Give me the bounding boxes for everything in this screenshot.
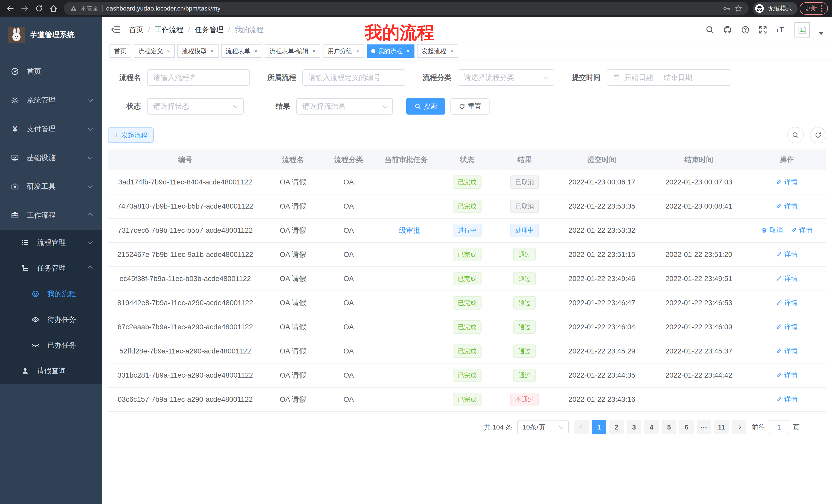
tab-user-group[interactable]: 用户分组 ×	[323, 45, 364, 58]
avatar[interactable]	[795, 22, 810, 37]
bookmark-star-icon[interactable]	[734, 4, 743, 12]
category-select[interactable]: 请选择流程分类	[458, 69, 554, 86]
cancel-link[interactable]: 取消	[761, 226, 783, 235]
cell-name: OA 请假	[262, 339, 323, 363]
sidebar-item-todo-tasks[interactable]: 待办任务	[0, 307, 102, 332]
sidebar-item-home[interactable]: 首页	[0, 57, 102, 86]
fullscreen-icon[interactable]	[758, 25, 767, 34]
app-logo[interactable]: 芋道管理系统	[0, 17, 102, 48]
browser-reload-icon[interactable]	[33, 2, 45, 15]
date-range-picker[interactable]: 开始日期 - 结束日期	[607, 69, 731, 86]
close-icon[interactable]: ×	[406, 48, 410, 55]
chevron-down-icon	[88, 155, 93, 160]
tab-label: 流程模型	[182, 47, 207, 55]
cell-id: 2152467e-7b9b-11ec-9a1b-acde48001122	[108, 243, 262, 267]
table-row: 2152467e-7b9b-11ec-9a1b-acde48001122 OA …	[108, 243, 826, 267]
start-process-button[interactable]: + 发起流程	[108, 128, 154, 143]
next-page-button[interactable]	[732, 420, 746, 435]
prev-page-button[interactable]	[574, 420, 589, 435]
breadcrumb-item[interactable]: 任务管理	[195, 25, 224, 35]
cell-id: 7317cec6-7b9b-11ec-b5b7-acde48001122	[108, 218, 262, 243]
search-button[interactable]: 搜索	[406, 98, 445, 115]
browser-forward-icon[interactable]	[19, 2, 31, 15]
sidebar-item-done-tasks[interactable]: 已办任务	[0, 332, 102, 358]
close-icon[interactable]: ×	[166, 48, 170, 55]
address-bar[interactable]: 不安全 dashboard.yudao.iocoder.cn/bpm/task/…	[64, 2, 749, 15]
goto-page-input[interactable]	[769, 420, 789, 435]
help-icon[interactable]	[741, 25, 750, 34]
cell-name: OA 请假	[262, 387, 323, 412]
tab-process-definition[interactable]: 流程定义 ×	[134, 45, 175, 58]
page-button-11[interactable]: 11	[714, 420, 729, 435]
detail-link[interactable]: 详情	[776, 250, 798, 259]
sidebar-item-system[interactable]: 系统管理	[0, 86, 102, 115]
hide-search-icon[interactable]	[787, 127, 804, 143]
detail-link[interactable]: 详情	[776, 395, 798, 404]
font-size-icon[interactable]: TT	[776, 25, 786, 34]
table-row: 331bc281-7b9a-11ec-a290-acde48001122 OA …	[108, 363, 826, 387]
chevron-down-icon	[233, 103, 238, 108]
cell-submit-time: 2022-01-22 23:44:35	[553, 363, 650, 387]
chevron-up-icon	[88, 213, 93, 218]
close-icon[interactable]: ×	[450, 48, 453, 55]
detail-link[interactable]: 详情	[776, 274, 798, 283]
sidebar-item-my-process[interactable]: 我的流程	[0, 281, 102, 307]
tab-process-form[interactable]: 流程表单 ×	[221, 45, 262, 58]
table-header-row: 编号 流程名 流程分类 当前审批任务 状态 结果 提交时间 结束时间 操作	[108, 149, 826, 170]
sidebar-item-devtools[interactable]: 研发工具	[0, 172, 102, 201]
detail-link[interactable]: 详情	[776, 298, 798, 307]
more-pages-button[interactable]: ···	[697, 420, 711, 435]
process-definition-input[interactable]	[309, 74, 399, 82]
close-icon[interactable]: ×	[356, 48, 359, 55]
detail-link[interactable]: 详情	[791, 226, 812, 235]
breadcrumb-item[interactable]: 首页	[129, 25, 144, 35]
page-button-3[interactable]: 3	[627, 420, 641, 435]
plus-icon: +	[115, 132, 119, 139]
tab-my-process[interactable]: 我的流程 ×	[367, 45, 414, 58]
current-task-link[interactable]: 一级审批	[392, 226, 420, 235]
detail-link[interactable]: 详情	[776, 371, 798, 380]
browser-back-icon[interactable]	[4, 2, 17, 15]
tab-process-model[interactable]: 流程模型 ×	[177, 45, 218, 58]
fold-sidebar-icon[interactable]	[110, 25, 121, 35]
process-name-input[interactable]	[153, 74, 244, 82]
result-select[interactable]: 请选择流结果	[296, 98, 393, 115]
reset-button[interactable]: 重置	[450, 98, 490, 115]
cell-name: OA 请假	[262, 243, 323, 267]
detail-link[interactable]: 详情	[776, 346, 798, 356]
detail-link[interactable]: 详情	[776, 177, 798, 187]
tab-label: 流程表单-编辑	[269, 47, 309, 55]
tab-process-form-edit[interactable]: 流程表单-编辑 ×	[265, 45, 320, 58]
avatar-dropdown-caret-icon[interactable]	[818, 32, 824, 35]
sidebar-item-task-mgmt[interactable]: 任务管理	[0, 255, 102, 281]
page-button-1[interactable]: 1	[592, 420, 606, 435]
browser-home-icon[interactable]	[47, 2, 60, 15]
page-button-5[interactable]: 5	[662, 420, 676, 435]
tab-start-process[interactable]: 发起流程 ×	[417, 45, 458, 58]
close-icon[interactable]: ×	[254, 48, 258, 55]
cell-category: OA	[323, 339, 374, 363]
breadcrumb-item[interactable]: 工作流程	[155, 25, 184, 35]
detail-link[interactable]: 详情	[776, 202, 798, 211]
close-icon[interactable]: ×	[312, 48, 316, 55]
pencil-icon	[776, 396, 782, 402]
page-button-2[interactable]: 2	[609, 420, 624, 435]
detail-link[interactable]: 详情	[776, 323, 798, 331]
update-button[interactable]: 更新	[800, 2, 828, 15]
page-button-4[interactable]: 4	[644, 420, 659, 435]
close-icon[interactable]: ×	[210, 48, 214, 55]
status-select[interactable]: 请选择状态	[147, 98, 244, 115]
browser-menu-dots-icon[interactable]	[821, 5, 823, 12]
sidebar-item-infra[interactable]: 基础设施	[0, 143, 102, 172]
sidebar-item-payment[interactable]: ¥ 支付管理	[0, 115, 102, 143]
github-icon[interactable]	[723, 25, 732, 34]
sidebar-item-process-mgmt[interactable]: 流程管理	[0, 230, 102, 255]
refresh-table-icon[interactable]	[810, 127, 826, 143]
key-icon[interactable]	[723, 4, 731, 12]
page-size-select[interactable]: 10条/页	[517, 420, 569, 435]
search-icon[interactable]	[705, 25, 714, 34]
sidebar-item-leave-query[interactable]: 请假查询	[0, 358, 102, 384]
page-button-6[interactable]: 6	[679, 420, 694, 435]
tab-home[interactable]: 首页	[109, 45, 131, 58]
sidebar-item-workflow[interactable]: 工作流程	[0, 201, 102, 230]
